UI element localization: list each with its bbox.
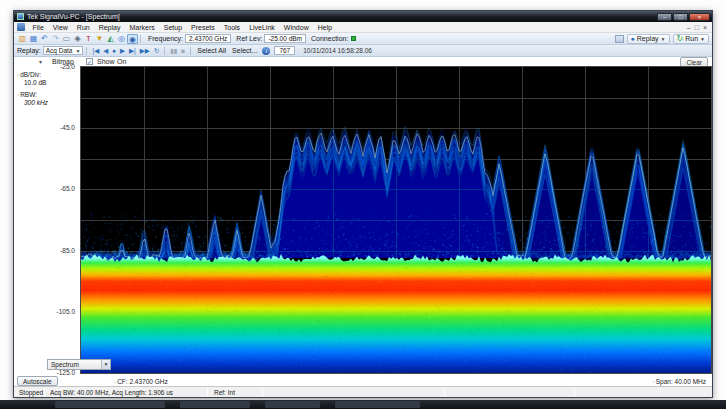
y-axis-tick-label: -25.0 <box>60 63 75 70</box>
replay-separator2 <box>164 47 165 55</box>
span-readout[interactable]: ◦Span: 40.00 MHz <box>653 378 706 385</box>
replay-source-label: Replay: <box>17 47 41 54</box>
step-forward-button[interactable]: ▶| <box>127 47 138 55</box>
text-marker-icon[interactable]: T <box>83 34 94 44</box>
setup-icon[interactable]: ◈ <box>72 34 83 44</box>
taskbar-item[interactable] <box>180 401 250 408</box>
filter-icon[interactable]: ▼ <box>94 34 105 44</box>
acquisition-count-field[interactable]: 767 <box>274 46 295 55</box>
menu-item-view[interactable]: View <box>48 24 72 31</box>
frequency-field[interactable]: 2.43700 GHz <box>185 34 231 43</box>
frequency-label: Frequency: <box>148 35 183 42</box>
select-all-button[interactable]: Select All <box>194 47 229 54</box>
stop-button[interactable]: ■ <box>179 47 187 54</box>
play-button[interactable]: ▶ <box>118 47 127 55</box>
menu-item-file[interactable]: File <box>28 24 48 31</box>
step-back-button[interactable]: ◀ <box>101 47 110 55</box>
y-axis-tick-label: -85.0 <box>60 247 75 254</box>
disabled-transport-controls: ▮▮■ <box>168 47 187 55</box>
menu-item-window[interactable]: Window <box>279 24 313 31</box>
run-dropdown-icon[interactable]: ▼ <box>700 36 705 42</box>
trigger-icon[interactable]: ◭ <box>105 34 116 44</box>
spectrum-plot <box>81 67 711 373</box>
spectrum-bitmap-canvas[interactable] <box>81 67 711 373</box>
trace-selector-dropdown[interactable]: Spectrum ▼ <box>47 359 111 370</box>
taskbar-item[interactable] <box>265 401 320 408</box>
pause-button[interactable]: ▮▮ <box>168 47 179 55</box>
loop-button[interactable]: ↻ <box>152 47 161 55</box>
show-state-label: On <box>117 58 126 65</box>
titlebar: Tek SignalVu-PC - [Spectrum] – □ × <box>14 11 712 22</box>
skip-to-end-button[interactable]: ▶▶ <box>138 47 152 55</box>
center-frequency-readout[interactable]: ◦CF: 2.43700 GHz <box>114 378 168 385</box>
menu-item-setup[interactable]: Setup <box>159 24 186 31</box>
y-axis-tick-label: -45.0 <box>60 124 75 131</box>
collapse-panel-icon[interactable]: ▾ <box>39 58 42 65</box>
display-layout-icon[interactable] <box>615 35 624 43</box>
replay-button[interactable]: ● Replay ▼ <box>627 34 670 44</box>
clear-button[interactable]: Clear <box>680 57 708 67</box>
dpx-bitmap-icon[interactable]: ◉ <box>127 34 138 44</box>
ref-level-label: Ref Lev: <box>236 35 262 42</box>
status-divider <box>207 388 208 397</box>
app-window: Tek SignalVu-PC - [Spectrum] – □ × FileV… <box>13 10 713 398</box>
replay-icon: ● <box>631 35 635 42</box>
acq-info-label: Acq BW: 40.00 MHz, Acq Length: 1.906 us <box>50 389 173 396</box>
ref-level-field[interactable]: -25.00 dBm <box>264 34 306 43</box>
span-menu-icon: ◦ <box>653 379 655 385</box>
run-button-label: Run <box>685 35 698 42</box>
span-value: Span: 40.00 MHz <box>656 378 706 385</box>
cf-value: CF: 2.43700 GHz <box>117 378 168 385</box>
maximize-button[interactable]: □ <box>673 13 688 21</box>
skip-to-start-button[interactable]: |◀ <box>90 47 101 55</box>
close-button[interactable]: × <box>689 13 710 21</box>
menu-item-run[interactable]: Run <box>72 24 94 31</box>
acquire-icon[interactable]: ◎ <box>116 34 127 44</box>
info-icon[interactable]: i <box>262 47 270 55</box>
acquisition-timestamp: 10/31/2014 16:58:28.06 <box>303 47 372 54</box>
trace-selector-value: Spectrum <box>51 361 79 368</box>
connection-status-icon <box>351 36 356 41</box>
replay-source-select[interactable]: Acq Data ▼ <box>43 46 84 55</box>
child-restore-button[interactable]: □ <box>695 24 699 31</box>
minimize-button[interactable]: – <box>657 13 672 21</box>
spectrum-window-icon <box>17 23 25 31</box>
record-button[interactable]: ● <box>110 47 118 54</box>
replay-bar: Replay: Acq Data ▼ |◀◀●▶▶|▶▶↻ ▮▮■ Select… <box>14 45 712 57</box>
display-area: ▾ Bitmap ✓ Show On Clear ◦dB/Div: 10.0 d… <box>14 57 712 386</box>
menu-item-help[interactable]: Help <box>313 24 336 31</box>
menu-item-markers[interactable]: Markers <box>125 24 159 31</box>
replay-dropdown-icon[interactable]: ▼ <box>661 36 666 42</box>
toolbar-icons: ▥▦↶↷▭◈T▼◭◎◉ <box>17 34 138 44</box>
taskbar[interactable] <box>0 400 726 409</box>
select-button[interactable]: Select... <box>229 47 260 54</box>
file-icon[interactable]: ▥ <box>17 34 28 44</box>
reference-label: Ref: Int <box>214 389 235 396</box>
child-window-controls: – □ × <box>687 24 709 31</box>
menu-item-tools[interactable]: Tools <box>219 24 244 31</box>
replay-button-label: Replay <box>637 35 659 42</box>
menubar: FileViewRunReplayMarkersSetupPresetsTool… <box>14 22 712 33</box>
y-axis-tick-label: -65.0 <box>60 185 75 192</box>
run-button[interactable]: ↻ Run ▼ <box>673 34 710 44</box>
undo-icon[interactable]: ↶ <box>39 34 50 44</box>
menu-item-replay[interactable]: Replay <box>94 24 125 31</box>
child-minimize-button[interactable]: – <box>687 24 691 31</box>
save-icon[interactable]: ▦ <box>28 34 39 44</box>
child-close-button[interactable]: × <box>703 24 707 31</box>
menu-item-livelink[interactable]: LiveLink <box>245 24 280 31</box>
taskbar-item[interactable] <box>55 401 165 408</box>
menu-item-presets[interactable]: Presets <box>187 24 220 31</box>
show-label: Show <box>97 58 115 65</box>
y-axis-tick-label: -125.0 <box>57 369 75 376</box>
taskbar-item[interactable] <box>335 401 420 408</box>
redo-icon[interactable]: ↷ <box>50 34 61 44</box>
app-icon <box>17 13 24 20</box>
replay-source-value: Acq Data <box>46 47 73 54</box>
connection-label: Connection: <box>311 35 348 42</box>
show-checkbox[interactable]: ✓ <box>86 58 93 65</box>
print-icon[interactable]: ▭ <box>61 34 72 44</box>
replay-source-dropdown-icon: ▼ <box>75 48 80 54</box>
status-divider <box>44 388 45 397</box>
autoscale-button[interactable]: Autoscale <box>17 376 58 386</box>
